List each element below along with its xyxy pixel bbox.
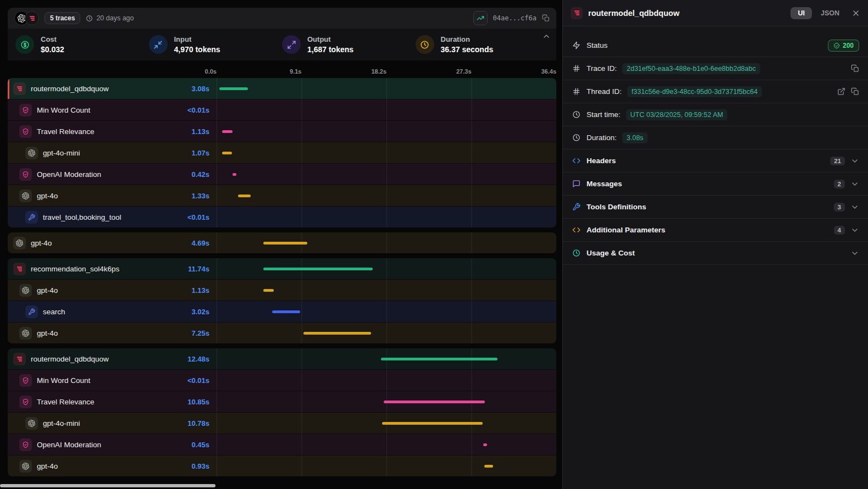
json-toggle[interactable]: JSON: [817, 7, 843, 19]
timeline-track: [217, 280, 556, 301]
analytics-button[interactable]: [473, 11, 488, 25]
timeline-track: [217, 99, 556, 120]
section-additional-parameters[interactable]: Additional Parameters4: [563, 219, 868, 242]
trace-tree: routermodel_qdbdquow3.08sMin Word Count<…: [8, 78, 556, 489]
trace-row[interactable]: gpt-4o-mini1.07s: [8, 142, 556, 164]
span-label: OpenAI Moderation: [37, 170, 186, 179]
span-label: Travel Relevance: [37, 127, 186, 136]
check-circle-icon: [833, 42, 840, 49]
stat-input: Input4,970 tokens: [149, 35, 283, 54]
span-bar: [222, 130, 233, 133]
status-badge: 200: [828, 40, 859, 52]
field-label: Duration:: [587, 134, 617, 142]
openai-icon: [25, 147, 38, 159]
span-bar: [219, 87, 248, 90]
trace-row[interactable]: Travel Relevance10.85s: [8, 391, 556, 413]
trace-row[interactable]: OpenAI Moderation0.45s: [8, 434, 556, 455]
trace-row[interactable]: travel_tool,booking_tool<0.01s: [8, 207, 556, 227]
chevron-down-icon[interactable]: [850, 249, 859, 258]
field-value[interactable]: UTC 03/28/2025, 09:59:52 AM: [626, 109, 728, 120]
stat-value: 1,687 tokens: [307, 45, 353, 54]
app-logo-icon: [29, 15, 36, 22]
stat-output: Output1,687 tokens: [282, 35, 416, 54]
chevron-down-icon[interactable]: [850, 203, 859, 212]
timeline-track: [217, 121, 556, 142]
stat-value: 36.37 seconds: [441, 45, 494, 54]
chat-icon: [572, 180, 581, 188]
trace-group: routermodel_qdbdquow3.08sMin Word Count<…: [8, 78, 556, 227]
trace-row[interactable]: routermodel_qdbdquow3.08s: [8, 78, 556, 99]
copy-icon[interactable]: [542, 14, 550, 22]
trace-id-short: 04ae...cf6a: [493, 14, 537, 22]
shield-icon: [19, 374, 32, 387]
trace-row[interactable]: gpt-4o-mini10.78s: [8, 413, 556, 434]
section-messages[interactable]: Messages2: [563, 173, 868, 196]
trace-age: 20 days ago: [86, 14, 134, 22]
trace-row[interactable]: Travel Relevance1.13s: [8, 121, 556, 142]
trace-row[interactable]: Min Word Count<0.01s: [8, 99, 556, 121]
span-bar: [303, 332, 371, 335]
chevron-down-icon[interactable]: [850, 180, 859, 188]
trace-row[interactable]: routermodel_qdbdquow12.48s: [8, 348, 556, 370]
ui-toggle[interactable]: UI: [790, 7, 812, 19]
shield-icon: [19, 125, 32, 138]
trace-row[interactable]: gpt-4o1.13s: [8, 280, 556, 301]
clock-icon: [572, 134, 581, 142]
copy-icon[interactable]: [851, 87, 859, 96]
span-duration: 3.08s: [191, 85, 217, 93]
trace-row[interactable]: gpt-4o0.93s: [8, 455, 556, 476]
timeline-track: [217, 164, 556, 185]
trace-row[interactable]: gpt-4o1.33s: [8, 185, 556, 207]
section-tools-definitions[interactable]: Tools Definitions3: [563, 196, 868, 219]
span-duration: 11.74s: [188, 265, 217, 273]
close-icon[interactable]: [852, 9, 860, 18]
trace-row[interactable]: recommendation_sol4k6ps11.74s: [8, 258, 556, 280]
copy-icon[interactable]: [851, 64, 859, 73]
traces-count-badge[interactable]: 5 traces: [45, 12, 80, 24]
collapse-icon[interactable]: [542, 32, 551, 41]
details-body: Status 200 Trace ID:2d31ef50-eaa3-488e-b…: [563, 26, 868, 265]
horizontal-scrollbar-thumb[interactable]: [0, 484, 215, 487]
field-value[interactable]: 2d31ef50-eaa3-488e-b1e0-6ee8bb2d8abc: [622, 63, 760, 74]
section-label: Tools Definitions: [587, 203, 646, 211]
chevron-down-icon[interactable]: [850, 157, 859, 165]
trace-group: gpt-4o4.69s: [8, 232, 556, 253]
span-label: search: [43, 308, 186, 316]
app-logo-icon: [571, 7, 583, 19]
external-icon[interactable]: [837, 87, 845, 96]
span-label: gpt-4o: [37, 462, 186, 470]
timeline-track: [217, 142, 556, 163]
span-duration: 1.13s: [191, 127, 217, 136]
span-bar: [263, 268, 373, 270]
chevron-down-icon[interactable]: [850, 226, 859, 235]
span-label: travel_tool,booking_tool: [43, 213, 183, 221]
span-label: gpt-4o: [37, 286, 186, 294]
section-usage-cost[interactable]: Usage & Cost: [563, 242, 868, 265]
trace-row[interactable]: gpt-4o4.69s: [8, 232, 556, 253]
trace-row[interactable]: Min Word Count<0.01s: [8, 370, 556, 391]
trace-row[interactable]: search3.02s: [8, 301, 556, 323]
span-label: recommendation_sol4k6ps: [31, 265, 183, 273]
span-duration: 10.78s: [187, 419, 217, 427]
tools-icon: [25, 211, 38, 224]
arrows-in-icon: [149, 35, 168, 54]
arrows-out-icon: [282, 35, 301, 54]
timeline-track: [217, 258, 556, 279]
shield-icon: [19, 396, 32, 408]
section-label: Additional Parameters: [587, 226, 665, 234]
span-duration: 0.93s: [191, 462, 217, 470]
timeline-axis: 0.0s9.1s18.2s27.3s36.4s: [8, 60, 556, 78]
detail-field-row: Trace ID:2d31ef50-eaa3-488e-b1e0-6ee8bb2…: [563, 57, 868, 80]
span-label: Travel Relevance: [37, 398, 183, 406]
section-headers[interactable]: Headers21: [563, 149, 868, 173]
field-label: Trace ID:: [587, 64, 617, 73]
details-header: routermodel_qdbdquow UI JSON: [563, 0, 868, 26]
stat-label: Output: [307, 35, 353, 43]
span-duration: <0.01s: [187, 213, 217, 221]
trace-row[interactable]: gpt-4o7.25s: [8, 323, 556, 343]
field-value[interactable]: 3.08s: [622, 132, 648, 143]
span-duration: 0.42s: [191, 170, 217, 179]
span-bar: [384, 401, 485, 403]
field-value[interactable]: f331c56e-d9e3-48cc-95d0-3d7371f5bc64: [627, 86, 762, 97]
trace-row[interactable]: OpenAI Moderation0.42s: [8, 164, 556, 185]
